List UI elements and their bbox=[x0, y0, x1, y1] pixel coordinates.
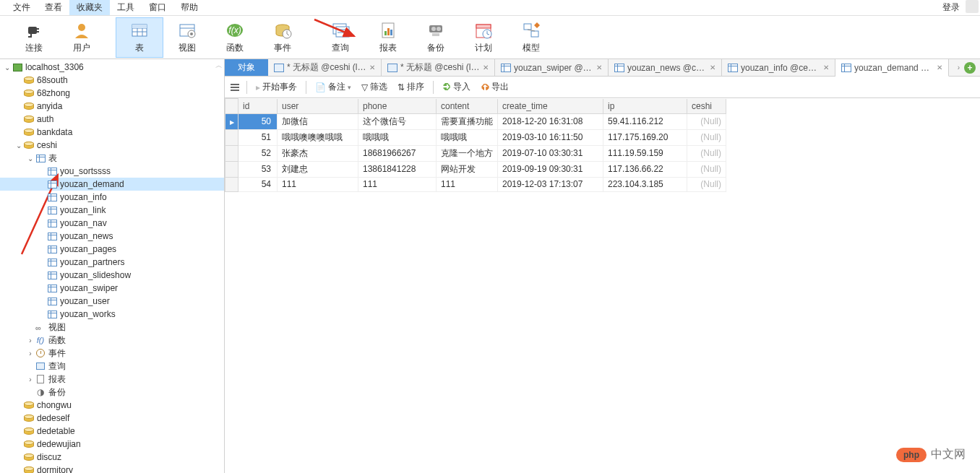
avatar-icon[interactable] bbox=[966, 0, 979, 13]
col-id[interactable]: id bbox=[238, 99, 278, 114]
tree-table-youzan_slideshow[interactable]: youzan_slideshow bbox=[0, 269, 224, 282]
toolbar-user-button[interactable]: 用户 bbox=[58, 17, 106, 58]
menu-窗口[interactable]: 窗口 bbox=[142, 0, 173, 15]
hamburger-icon[interactable] bbox=[228, 81, 242, 94]
col-ip[interactable]: ip bbox=[603, 99, 687, 114]
tree-table-youzan_nav[interactable]: youzan_nav bbox=[0, 217, 224, 230]
tree-db-auth[interactable]: auth bbox=[0, 113, 224, 126]
row-header[interactable] bbox=[225, 99, 238, 114]
tree-table-youzan_info[interactable]: youzan_info bbox=[0, 191, 224, 204]
tree-db-discuz[interactable]: discuz bbox=[0, 451, 224, 464]
data-grid[interactable]: iduserphonecontentcreate_timeipceshi50加微… bbox=[225, 98, 980, 473]
svg-rect-33 bbox=[476, 25, 491, 28]
close-icon[interactable]: ✕ bbox=[369, 64, 375, 71]
tree-db-dedetable[interactable]: dedetable bbox=[0, 425, 224, 438]
tab-youzan_demand[interactable]: youzan_demand @...✕ bbox=[835, 59, 949, 77]
col-content[interactable]: content bbox=[437, 99, 498, 114]
tree-db-ceshi[interactable]: ⌄ceshi bbox=[0, 139, 224, 152]
tab-youzan_swiperce[interactable]: youzan_swiper @ce...✕ bbox=[495, 59, 609, 76]
sort-button[interactable]: ⇅排序 bbox=[393, 79, 429, 95]
tab-youzan_infoceshi[interactable]: youzan_info @ceshi...✕ bbox=[722, 59, 835, 76]
menu-工具[interactable]: 工具 bbox=[110, 0, 142, 15]
table-icon bbox=[841, 64, 851, 72]
tree-server[interactable]: ⌄localhost_3306 bbox=[0, 61, 224, 74]
tree-tables-node[interactable]: ⌄表 bbox=[0, 152, 224, 165]
close-icon[interactable]: ✕ bbox=[483, 64, 489, 71]
tree-db-anyida[interactable]: anyida bbox=[0, 100, 224, 113]
tree-db-chongwu[interactable]: chongwu bbox=[0, 399, 224, 412]
data-table: iduserphonecontentcreate_timeipceshi50加微… bbox=[225, 98, 726, 192]
menu-文件[interactable]: 文件 bbox=[6, 0, 38, 15]
grid-toolbar: ▸开始事务 📄备注▾ ▽筛选 ⇅排序 ⮊导入 ⮉导出 bbox=[225, 77, 980, 98]
toolbar-query-button[interactable]: 查询 bbox=[317, 17, 364, 58]
table-row[interactable]: 541111111112019-12-03 17:13:07223.104.3.… bbox=[225, 177, 726, 191]
menubar: 文件查看收藏夹工具窗口帮助登录 bbox=[0, 0, 980, 16]
close-icon[interactable]: ✕ bbox=[596, 64, 602, 71]
memo-button[interactable]: 📄备注▾ bbox=[311, 79, 356, 95]
filter-button[interactable]: ▽筛选 bbox=[357, 79, 392, 95]
schedule-icon bbox=[473, 20, 494, 40]
table-row[interactable]: 51哦哦噢噢噢哦哦哦哦哦哦哦哦2019-03-10 16:11:50117.17… bbox=[225, 129, 726, 145]
event-icon bbox=[272, 20, 293, 40]
toolbar-schedule-button[interactable]: 计划 bbox=[460, 17, 507, 58]
tree-db-68south[interactable]: 68south bbox=[0, 74, 224, 87]
col-phone[interactable]: phone bbox=[358, 99, 437, 114]
tree-table-youzan_link[interactable]: youzan_link bbox=[0, 204, 224, 217]
tree-section-qry[interactable]: 查询 bbox=[0, 360, 224, 373]
tree-table-youzan_user[interactable]: youzan_user bbox=[0, 295, 224, 308]
toolbar-plug-button[interactable]: 连接 bbox=[10, 17, 58, 58]
tab-youzan_newsces[interactable]: youzan_news @ces...✕ bbox=[609, 59, 722, 76]
close-icon[interactable]: ✕ bbox=[823, 64, 829, 71]
menu-帮助[interactable]: 帮助 bbox=[173, 0, 205, 15]
tab-objects[interactable]: 对象 bbox=[225, 59, 268, 76]
backup-icon bbox=[426, 20, 446, 40]
table-row[interactable]: 52张豪杰18681966267克隆一个地方2019-07-10 03:30:3… bbox=[225, 145, 726, 161]
toolbar-view-button[interactable]: 视图 bbox=[163, 17, 211, 58]
table-row[interactable]: 53刘建忠13861841228网站开发2019-09-19 09:30:311… bbox=[225, 161, 726, 177]
tree-table-youzan_pages[interactable]: youzan_pages bbox=[0, 243, 224, 256]
tree-table-youzan_news[interactable]: youzan_news bbox=[0, 230, 224, 243]
connection-tree[interactable]: ︿ ⌄localhost_330668south68zhonganyidaaut… bbox=[0, 59, 225, 473]
export-button[interactable]: ⮉导出 bbox=[476, 79, 513, 95]
svg-rect-38 bbox=[531, 31, 538, 37]
tree-db-68zhong[interactable]: 68zhong bbox=[0, 87, 224, 100]
col-ceshi[interactable]: ceshi bbox=[687, 99, 726, 114]
tree-table-youzan_swiper[interactable]: youzan_swiper bbox=[0, 282, 224, 295]
col-create_time[interactable]: create_time bbox=[498, 99, 603, 114]
toolbar-backup-button[interactable]: 备份 bbox=[412, 17, 460, 58]
menu-查看[interactable]: 查看 bbox=[38, 0, 69, 15]
svg-rect-1 bbox=[37, 28, 39, 30]
tab-ceshilo[interactable]: * 无标题 @ceshi (lo...✕ bbox=[268, 59, 382, 76]
menu-收藏夹[interactable]: 收藏夹 bbox=[69, 0, 110, 15]
tree-section-bkp[interactable]: ◑备份 bbox=[0, 386, 224, 399]
tree-db-bankdata[interactable]: bankdata bbox=[0, 126, 224, 139]
toolbar-model-button[interactable]: 模型 bbox=[507, 17, 555, 58]
tree-db-dedewujian[interactable]: dedewujian bbox=[0, 438, 224, 451]
toolbar-fx-button[interactable]: f(x)函数 bbox=[211, 17, 259, 58]
tree-section-evt[interactable]: ›事件 bbox=[0, 347, 224, 360]
tree-table-youzan_demand[interactable]: youzan_demand bbox=[0, 178, 224, 191]
tree-section-view[interactable]: ∞视图 bbox=[0, 321, 224, 334]
tree-db-dedeself[interactable]: dedeself bbox=[0, 412, 224, 425]
col-user[interactable]: user bbox=[278, 99, 358, 114]
tree-section-rpt[interactable]: ›报表 bbox=[0, 373, 224, 386]
close-icon[interactable]: ✕ bbox=[937, 64, 942, 71]
chevron-right-icon[interactable]: › bbox=[958, 64, 960, 71]
close-icon[interactable]: ✕ bbox=[710, 64, 715, 71]
toolbar-event-button[interactable]: 事件 bbox=[259, 17, 306, 58]
begin-transaction-button[interactable]: ▸开始事务 bbox=[252, 79, 301, 95]
tree-db-dormitory[interactable]: dormitory bbox=[0, 464, 224, 473]
tree-table-you_sortssss[interactable]: you_sortssss bbox=[0, 165, 224, 178]
table-row[interactable]: 50加微信这个微信号需要直播功能2018-12-20 16:31:0859.41… bbox=[225, 113, 726, 129]
tree-table-youzan_partners[interactable]: youzan_partners bbox=[0, 256, 224, 269]
add-tab-button[interactable]: + bbox=[964, 62, 976, 74]
tree-section-fn[interactable]: ›f()函数 bbox=[0, 334, 224, 347]
view-icon bbox=[177, 20, 197, 40]
filter-icon: ▽ bbox=[361, 82, 368, 92]
tab-ceshilo[interactable]: * 无标题 @ceshi (lo...✕ bbox=[382, 59, 495, 76]
toolbar-table-button[interactable]: 表 bbox=[116, 17, 163, 58]
tree-table-youzan_works[interactable]: youzan_works bbox=[0, 308, 224, 321]
play-icon: ▸ bbox=[256, 82, 260, 92]
toolbar-report-button[interactable]: 报表 bbox=[364, 17, 412, 58]
import-button[interactable]: ⮊导入 bbox=[438, 79, 475, 95]
